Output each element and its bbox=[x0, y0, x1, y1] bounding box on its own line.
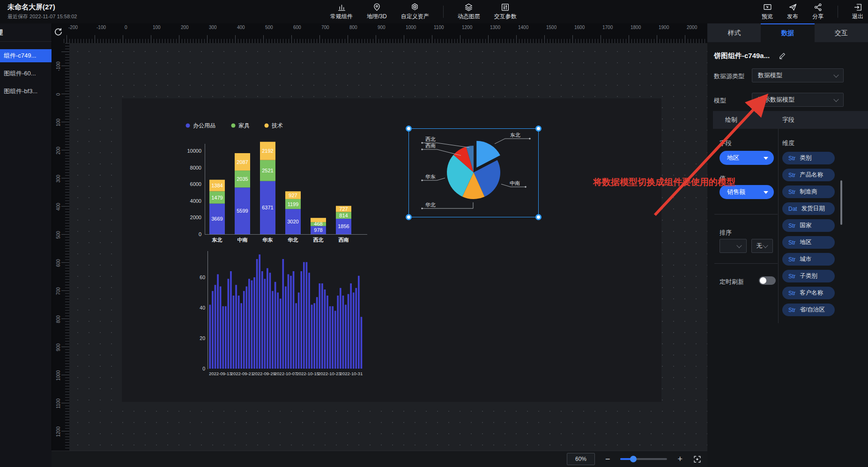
dashboard-stage[interactable]: 办公用品家具技术02000400060008000100003669147913… bbox=[122, 98, 661, 402]
svg-text:2022-10-31: 2022-10-31 bbox=[340, 371, 363, 376]
field-pill[interactable]: Str国家 bbox=[782, 219, 835, 232]
sliders-icon bbox=[501, 3, 510, 12]
fit-screen-button[interactable] bbox=[693, 455, 702, 464]
tool-layers[interactable]: 动态图层 bbox=[458, 3, 480, 21]
ruler-number: 1200 bbox=[56, 423, 61, 441]
layer-item[interactable]: 组件-c749... bbox=[0, 49, 52, 62]
layer-item[interactable]: 图组件-60... bbox=[0, 67, 52, 80]
date-bar-chart[interactable]: 02040602022-09-132022-09-212022-09-29202… bbox=[199, 247, 372, 379]
tool-hexagon-asset[interactable]: 自定义资产 bbox=[401, 3, 429, 21]
tool-bar-chart[interactable]: 常规组件 bbox=[330, 3, 353, 21]
tool-label: 发布 bbox=[787, 13, 798, 21]
model-select[interactable]: 演示数据模型 bbox=[752, 93, 844, 107]
field-type-badge: Str bbox=[788, 189, 795, 195]
field-pill[interactable]: Str子类别 bbox=[782, 270, 835, 282]
field-name: 省/自治区 bbox=[800, 306, 824, 314]
pencil-icon bbox=[779, 52, 786, 59]
selection-handle-se[interactable] bbox=[535, 214, 542, 220]
field-name: 类别 bbox=[800, 154, 811, 162]
selection-handle-sw[interactable] bbox=[406, 214, 412, 220]
field-pill[interactable]: Str产品名称 bbox=[782, 169, 835, 181]
subtab-draw[interactable]: 绘制 bbox=[725, 116, 737, 124]
tab-style[interactable]: 样式 bbox=[707, 23, 761, 42]
svg-text:技术: 技术 bbox=[271, 122, 283, 129]
svg-text:3669: 3669 bbox=[211, 216, 223, 222]
ruler-number: 200 bbox=[181, 25, 189, 30]
tool-paper-plane[interactable]: 发布 bbox=[787, 3, 798, 21]
svg-text:6000: 6000 bbox=[190, 181, 201, 187]
tool-sliders[interactable]: 交互参数 bbox=[494, 3, 517, 21]
app-root: 未命名大屏(27) 最近保存 2022-11-07 15:58:02 常规组件地… bbox=[0, 0, 868, 467]
dimensions-label: 维度 bbox=[782, 139, 794, 148]
ruler-number: 100 bbox=[153, 25, 161, 30]
field-pill[interactable]: Str城市 bbox=[782, 253, 835, 266]
layer-item[interactable]: 图组件-bf3... bbox=[0, 85, 52, 98]
tab-data[interactable]: 数据 bbox=[761, 23, 814, 42]
svg-text:1479: 1479 bbox=[211, 195, 223, 200]
zoom-slider[interactable] bbox=[620, 458, 667, 460]
chevron-down-icon bbox=[833, 72, 838, 77]
rename-button[interactable] bbox=[779, 52, 786, 59]
field-type-badge: Str bbox=[788, 172, 795, 178]
ruler-number: 300 bbox=[209, 25, 217, 30]
selection-handle-nw[interactable] bbox=[406, 126, 412, 132]
datasource-type-select[interactable]: 数据模型 bbox=[752, 68, 844, 82]
screen-title: 未命名大屏(27) bbox=[7, 3, 55, 12]
tool-map-pin[interactable]: 地理/3D bbox=[367, 3, 387, 21]
section-divider bbox=[714, 263, 778, 264]
tool-preview-screen[interactable]: 预览 bbox=[762, 3, 773, 21]
stacked-bar-chart[interactable]: 办公用品家具技术02000400060008000100003669147913… bbox=[179, 119, 380, 253]
auto-refresh-toggle[interactable] bbox=[759, 276, 776, 285]
tab-interaction[interactable]: 交互 bbox=[815, 23, 868, 42]
field-list-scrollbar[interactable] bbox=[840, 180, 842, 225]
tool-share-nodes[interactable]: 分享 bbox=[812, 3, 823, 21]
ruler-number: 500 bbox=[56, 226, 61, 245]
sort-label: 排序 bbox=[720, 229, 732, 237]
component-name: 饼图组件-c749a... bbox=[714, 52, 770, 60]
pie-selection-box[interactable] bbox=[408, 128, 539, 217]
ruler-number: 1700 bbox=[602, 25, 613, 30]
subtab-fields[interactable]: 字段 bbox=[782, 116, 794, 124]
field-type-badge: Dat bbox=[788, 206, 797, 212]
tool-label: 退出 bbox=[852, 13, 863, 21]
dimension-field-select[interactable]: 地区 bbox=[720, 151, 774, 165]
bar-chart-icon bbox=[337, 3, 346, 12]
selection-handle-ne[interactable] bbox=[535, 126, 542, 132]
toolbar-actions: 预览发布分享退出 bbox=[762, 0, 863, 23]
editor-canvas[interactable]: 办公用品家具技术02000400060008000100003669147913… bbox=[69, 43, 707, 451]
field-name: 地区 bbox=[800, 238, 811, 246]
zoom-in-button[interactable]: + bbox=[677, 455, 683, 463]
column-divider bbox=[778, 129, 779, 323]
zoom-level-box[interactable]: 60% bbox=[567, 453, 595, 465]
tool-label: 自定义资产 bbox=[401, 13, 429, 21]
field-pill[interactable]: Str地区 bbox=[782, 236, 835, 249]
value-field-select[interactable]: 销售额 bbox=[720, 185, 774, 199]
fit-screen-icon bbox=[693, 455, 702, 464]
ruler-number: 200 bbox=[56, 141, 61, 160]
refresh-icon[interactable] bbox=[53, 27, 63, 37]
paper-plane-icon bbox=[788, 3, 797, 12]
svg-text:2022-10-07: 2022-10-07 bbox=[274, 371, 297, 376]
config-panel: 样式 数据 交互 饼图组件-c749a... 数据源类型 数据模型 模型 演示数… bbox=[707, 23, 868, 467]
field-pill[interactable]: Str类别 bbox=[782, 152, 835, 164]
ruler-number: 900 bbox=[378, 25, 386, 30]
tool-exit[interactable]: 退出 bbox=[852, 3, 863, 21]
field-type-badge: Str bbox=[788, 273, 795, 280]
field-pill[interactable]: Str制造商 bbox=[782, 185, 835, 198]
tool-label: 交互参数 bbox=[494, 13, 517, 21]
toolbar-tools: 常规组件地理/3D自定义资产动态图层交互参数 bbox=[330, 0, 517, 23]
zoom-out-button[interactable]: − bbox=[605, 455, 610, 463]
ruler-number: 500 bbox=[265, 25, 273, 30]
field-pill[interactable]: Dat发货日期 bbox=[782, 202, 835, 215]
svg-text:927: 927 bbox=[289, 193, 297, 198]
sort-order-select[interactable]: 无 bbox=[751, 239, 773, 253]
model-label: 模型 bbox=[714, 96, 726, 105]
dimension-field-list: Str类别Str产品名称Str制造商Dat发货日期Str国家Str地区Str城市… bbox=[782, 152, 838, 320]
zoom-slider-handle[interactable] bbox=[630, 456, 637, 462]
field-pill[interactable]: Str客户名称 bbox=[782, 287, 835, 299]
sort-field-select[interactable] bbox=[720, 239, 747, 253]
field-pill[interactable]: Str省/自治区 bbox=[782, 304, 835, 316]
toolbar-divider bbox=[838, 6, 838, 18]
ruler-number: 0 bbox=[125, 25, 127, 30]
ruler-number: 400 bbox=[237, 25, 245, 30]
